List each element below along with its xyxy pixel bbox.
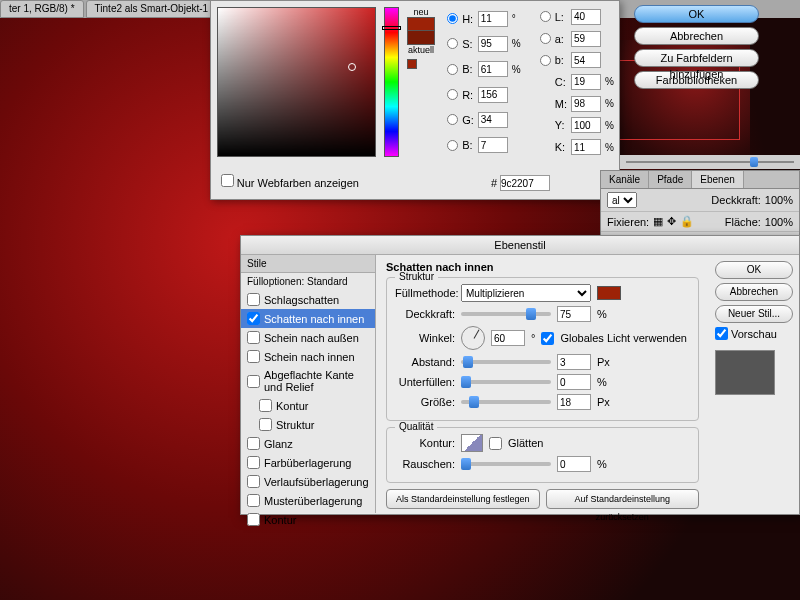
global-light-check[interactable] <box>541 332 554 345</box>
opacity-slider[interactable] <box>461 312 551 316</box>
color-libs-button[interactable]: Farbbibliotheken <box>634 71 759 89</box>
set-default-button[interactable]: Als Standardeinstellung festlegen <box>386 489 540 509</box>
a-label: a: <box>555 33 567 45</box>
doc-tab-1[interactable]: ter 1, RGB/8) * <box>0 0 84 18</box>
bb-input[interactable] <box>571 52 601 68</box>
sidebar-kante[interactable]: Abgeflachte Kante und Relief <box>241 366 375 396</box>
ls-cancel-button[interactable]: Abbrechen <box>715 283 793 301</box>
lock-pixels-icon[interactable]: ▦ <box>653 215 663 228</box>
hex-input[interactable] <box>500 175 550 191</box>
new-color-swatch[interactable] <box>407 17 435 31</box>
h-radio[interactable] <box>447 13 458 24</box>
schlag-check[interactable] <box>247 293 260 306</box>
sidebar-struktur[interactable]: Struktur <box>241 415 375 434</box>
l-radio[interactable] <box>540 11 551 22</box>
g-radio[interactable] <box>447 114 458 125</box>
opacity-input[interactable] <box>557 306 591 322</box>
h-input[interactable] <box>478 11 508 27</box>
noise-input[interactable] <box>557 456 591 472</box>
l-input[interactable] <box>571 9 601 25</box>
tab-ebenen[interactable]: Ebenen <box>692 171 743 188</box>
sidebar-kontur[interactable]: Kontur <box>241 396 375 415</box>
sidebar-glanz[interactable]: Glanz <box>241 434 375 453</box>
verlauf-check[interactable] <box>247 475 260 488</box>
b-radio[interactable] <box>447 64 458 75</box>
a-input[interactable] <box>571 31 601 47</box>
new-style-button[interactable]: Neuer Stil... <box>715 305 793 323</box>
tab-kanaele[interactable]: Kanäle <box>601 171 649 188</box>
color-picker-dialog: neu aktuell H:° S:% B:% R: G: B: L: a: b… <box>210 0 620 200</box>
antialias-check[interactable] <box>489 437 502 450</box>
b2-input[interactable] <box>478 137 508 153</box>
blend-mode-select[interactable]: al <box>607 192 637 208</box>
k-input[interactable] <box>571 139 601 155</box>
g-input[interactable] <box>478 112 508 128</box>
sidebar-schlagschatten[interactable]: Schlagschatten <box>241 290 375 309</box>
current-color-swatch[interactable] <box>407 31 435 45</box>
color-gradient-field[interactable] <box>217 7 376 157</box>
scheinA-check[interactable] <box>247 331 260 344</box>
sidebar-fill-options[interactable]: Fülloptionen: Standard <box>241 273 375 290</box>
angle-dial[interactable] <box>461 326 485 350</box>
kontur-check[interactable] <box>259 399 272 412</box>
style-buttons: OK Abbrechen Neuer Stil... Vorschau <box>709 255 799 513</box>
s-radio[interactable] <box>447 38 458 49</box>
noise-slider[interactable] <box>461 462 551 466</box>
c-input[interactable] <box>571 74 601 90</box>
sidebar-schatten-innen[interactable]: Schatten nach innen <box>241 309 375 328</box>
farb-check[interactable] <box>247 456 260 469</box>
add-swatch-button[interactable]: Zu Farbfeldern hinzufügen <box>634 49 759 67</box>
gradient-marker[interactable] <box>348 63 356 71</box>
choke-slider[interactable] <box>461 380 551 384</box>
sidebar-schein-aussen[interactable]: Schein nach außen <box>241 328 375 347</box>
color-swatches: neu aktuell <box>407 7 435 157</box>
sidebar-kontur2[interactable]: Kontur <box>241 510 375 529</box>
web-colors-only[interactable]: Nur Webfarben anzeigen <box>221 174 359 189</box>
fill-label: Fläche: <box>725 216 761 228</box>
r-radio[interactable] <box>447 89 458 100</box>
distance-input[interactable] <box>557 354 591 370</box>
shadow-color-swatch[interactable] <box>597 286 621 300</box>
choke-input[interactable] <box>557 374 591 390</box>
bb-radio[interactable] <box>540 55 551 66</box>
glanz-check[interactable] <box>247 437 260 450</box>
lock-position-icon[interactable]: ✥ <box>667 215 676 228</box>
contour-swatch[interactable] <box>461 434 483 452</box>
size-slider[interactable] <box>461 400 551 404</box>
cancel-button[interactable]: Abbrechen <box>634 27 759 45</box>
hue-slider[interactable] <box>384 7 399 157</box>
reset-default-button[interactable]: Auf Standardeinstellung zurücksetzen <box>546 489 700 509</box>
sidebar-farbueber[interactable]: Farbüberlagerung <box>241 453 375 472</box>
s-input[interactable] <box>478 36 508 52</box>
sidebar-schein-innen[interactable]: Schein nach innen <box>241 347 375 366</box>
preview-toggle[interactable]: Vorschau <box>715 327 793 340</box>
m-input[interactable] <box>571 96 601 112</box>
sidebar-verlauf[interactable]: Verlaufsüberlagerung <box>241 472 375 491</box>
blend-select[interactable]: Multiplizieren <box>461 284 591 302</box>
a-radio[interactable] <box>540 33 551 44</box>
distance-slider[interactable] <box>461 360 551 364</box>
b-input[interactable] <box>478 61 508 77</box>
r-input[interactable] <box>478 87 508 103</box>
preview-check[interactable] <box>715 327 728 340</box>
hue-marker[interactable] <box>382 26 401 30</box>
struktur-check[interactable] <box>259 418 272 431</box>
y-input[interactable] <box>571 117 601 133</box>
zoom-slider[interactable] <box>620 155 800 169</box>
kontur2-check[interactable] <box>247 513 260 526</box>
web-colors-checkbox[interactable] <box>221 174 234 187</box>
muster-check[interactable] <box>247 494 260 507</box>
sidebar-muster[interactable]: Musterüberlagerung <box>241 491 375 510</box>
kante-check[interactable] <box>247 375 260 388</box>
tab-pfade[interactable]: Pfade <box>649 171 692 188</box>
innen-check[interactable] <box>247 312 260 325</box>
scheinI-check[interactable] <box>247 350 260 363</box>
ok-button[interactable]: OK <box>634 5 759 23</box>
ls-ok-button[interactable]: OK <box>715 261 793 279</box>
panel-tabs: Kanäle Pfade Ebenen <box>601 171 799 189</box>
b2-radio[interactable] <box>447 140 458 151</box>
size-input[interactable] <box>557 394 591 410</box>
lock-all-icon[interactable]: 🔒 <box>680 215 694 228</box>
angle-input[interactable] <box>491 330 525 346</box>
slider-thumb[interactable] <box>750 157 758 167</box>
